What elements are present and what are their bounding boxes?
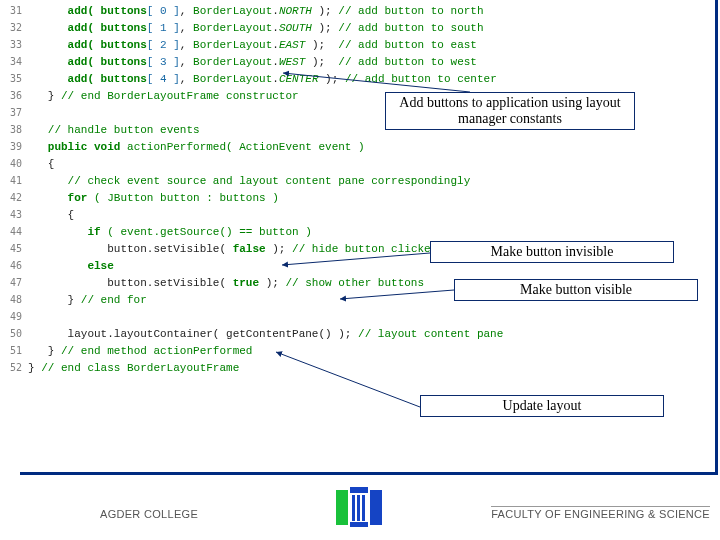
svg-rect-7 <box>352 495 355 521</box>
svg-rect-8 <box>357 495 360 521</box>
code-text: public void actionPerformed( ActionEvent… <box>28 139 365 156</box>
code-text: for ( JButton button : buttons ) <box>28 190 279 207</box>
code-text: } // end class BorderLayoutFrame <box>28 360 239 377</box>
code-text: } // end BorderLayoutFrame constructor <box>28 88 299 105</box>
code-line: 50 layout.layoutContainer( getContentPan… <box>0 325 714 342</box>
footer-right-text: FACULTY OF ENGINEERING & SCIENCE <box>491 506 710 520</box>
code-text: button.setVisible( false ); // hide butt… <box>28 241 437 258</box>
callout-make-visible: Make button visible <box>454 279 698 301</box>
code-text: add( buttons[ 0 ], BorderLayout.NORTH );… <box>28 3 484 20</box>
svg-rect-4 <box>336 490 348 525</box>
line-number: 39 <box>0 138 28 155</box>
line-number: 47 <box>0 274 28 291</box>
code-line: 51 } // end method actionPerformed <box>0 342 714 359</box>
code-listing: 31 add( buttons[ 0 ], BorderLayout.NORTH… <box>0 2 714 376</box>
code-line: 44 if ( event.getSource() == button ) <box>0 223 714 240</box>
code-text: button.setVisible( true ); // show other… <box>28 275 424 292</box>
code-text: add( buttons[ 1 ], BorderLayout.SOUTH );… <box>28 20 484 37</box>
callout-make-invisible: Make button invisible <box>430 241 674 263</box>
svg-rect-10 <box>350 522 368 527</box>
code-line: 49 <box>0 308 714 325</box>
code-line: 41 // check event source and layout cont… <box>0 172 714 189</box>
college-logo-icon <box>334 485 384 530</box>
svg-rect-6 <box>350 487 368 493</box>
code-line: 35 add( buttons[ 4 ], BorderLayout.CENTE… <box>0 70 714 87</box>
line-number: 31 <box>0 2 28 19</box>
code-line: 43 { <box>0 206 714 223</box>
code-text: if ( event.getSource() == button ) <box>28 224 312 241</box>
line-number: 42 <box>0 189 28 206</box>
code-line: 52} // end class BorderLayoutFrame <box>0 359 714 376</box>
line-number: 34 <box>0 53 28 70</box>
code-text: { <box>28 156 54 173</box>
line-number: 52 <box>0 359 28 376</box>
line-number: 44 <box>0 223 28 240</box>
code-text: // handle button events <box>28 122 200 139</box>
line-number: 40 <box>0 155 28 172</box>
line-number: 43 <box>0 206 28 223</box>
line-number: 36 <box>0 87 28 104</box>
footer-left-text: AGDER COLLEGE <box>100 508 198 520</box>
code-text: add( buttons[ 2 ], BorderLayout.EAST ); … <box>28 37 477 54</box>
code-text: layout.layoutContainer( getContentPane()… <box>28 326 503 343</box>
callout-add-buttons: Add buttons to application using layout … <box>385 92 635 130</box>
code-line: 32 add( buttons[ 1 ], BorderLayout.SOUTH… <box>0 19 714 36</box>
footer: AGDER COLLEGE FACULTY OF ENGINEERING & S… <box>0 478 720 540</box>
code-text: } // end for <box>28 292 147 309</box>
callout-update-layout: Update layout <box>420 395 664 417</box>
line-number: 49 <box>0 308 28 325</box>
line-number: 45 <box>0 240 28 257</box>
code-text: else <box>28 258 114 275</box>
code-text: add( buttons[ 4 ], BorderLayout.CENTER )… <box>28 71 497 88</box>
line-number: 46 <box>0 257 28 274</box>
line-number: 37 <box>0 104 28 121</box>
line-number: 41 <box>0 172 28 189</box>
code-text: add( buttons[ 3 ], BorderLayout.WEST ); … <box>28 54 477 71</box>
code-text: } // end method actionPerformed <box>28 343 252 360</box>
code-line: 40 { <box>0 155 714 172</box>
code-text: // check event source and layout content… <box>28 173 470 190</box>
code-line: 42 for ( JButton button : buttons ) <box>0 189 714 206</box>
code-line: 39 public void actionPerformed( ActionEv… <box>0 138 714 155</box>
line-number: 33 <box>0 36 28 53</box>
line-number: 38 <box>0 121 28 138</box>
line-number: 51 <box>0 342 28 359</box>
svg-rect-9 <box>362 495 365 521</box>
line-number: 32 <box>0 19 28 36</box>
code-text: { <box>28 207 74 224</box>
svg-rect-5 <box>370 490 382 525</box>
code-line: 34 add( buttons[ 3 ], BorderLayout.WEST … <box>0 53 714 70</box>
line-number: 35 <box>0 70 28 87</box>
code-line: 31 add( buttons[ 0 ], BorderLayout.NORTH… <box>0 2 714 19</box>
line-number: 48 <box>0 291 28 308</box>
code-line: 33 add( buttons[ 2 ], BorderLayout.EAST … <box>0 36 714 53</box>
line-number: 50 <box>0 325 28 342</box>
